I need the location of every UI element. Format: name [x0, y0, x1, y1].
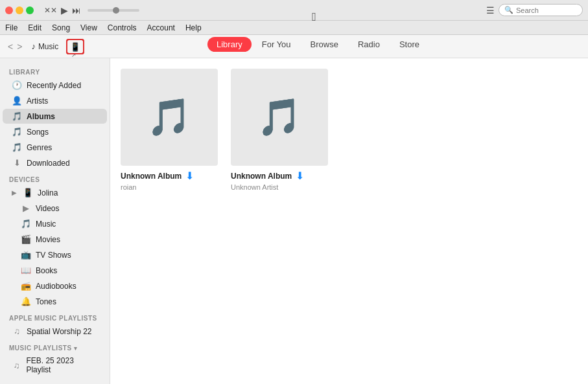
search-input[interactable]	[516, 6, 577, 14]
tones-icon: 🔔	[21, 297, 31, 306]
sidebar-item-songs[interactable]: 🎵 Songs	[3, 124, 107, 139]
title-bar: ✕✕ ▶ ⏭  ☰ 🔍	[0, 0, 588, 21]
sidebar-item-spatial-worship[interactable]: ♫ Spatial Worship 22	[3, 324, 107, 339]
download-icon-1[interactable]: ⬇	[185, 170, 194, 182]
jolina-icon: 📱	[23, 188, 33, 198]
music-note-icon-1: 🎵	[147, 96, 192, 139]
menu-view[interactable]: View	[80, 23, 97, 32]
main-tabs: Library For You Browse Radio Store	[207, 37, 429, 52]
album-grid: 🎵 Unknown Album ⬇ roian 🎵 Unknown	[121, 69, 578, 191]
albums-label: Albums	[27, 112, 55, 121]
menu-file[interactable]: File	[5, 23, 18, 32]
search-icon: 🔍	[504, 6, 513, 14]
music-label: Music	[36, 220, 56, 229]
album-artist-1: roian	[121, 183, 218, 191]
minimize-button[interactable]	[16, 6, 23, 14]
back-button[interactable]: <	[6, 41, 14, 52]
play-button[interactable]: ▶	[61, 5, 68, 16]
close-button[interactable]	[5, 6, 13, 14]
tab-library[interactable]: Library	[207, 37, 252, 52]
spatial-worship-label: Spatial Worship 22	[27, 327, 92, 336]
genres-icon: 🎵	[12, 142, 22, 152]
sidebar-item-books[interactable]: 📖 Books	[3, 263, 107, 278]
menu-song[interactable]: Song	[52, 23, 70, 32]
transport-controls: ✕✕ ▶ ⏭	[44, 5, 142, 16]
artists-icon: 👤	[12, 96, 22, 106]
jolina-label: Jolina	[38, 188, 58, 198]
title-bar-right: ☰ 🔍	[486, 4, 583, 16]
recently-added-label: Recently Added	[27, 81, 81, 90]
tab-radio[interactable]: Radio	[349, 37, 389, 52]
sidebar-item-artists[interactable]: 👤 Artists	[3, 93, 107, 108]
main-content: 🎵 Unknown Album ⬇ roian 🎵 Unknown	[110, 58, 588, 384]
chevron-down-icon: ▾	[74, 345, 78, 352]
skip-button[interactable]: ⏭	[72, 5, 81, 16]
downloaded-icon: ⬇	[12, 158, 22, 168]
tab-browse[interactable]: Browse	[301, 37, 347, 52]
sidebar-item-videos[interactable]: ▶ Videos	[3, 201, 107, 216]
apple-music-playlists-title: Apple Music Playlists	[0, 310, 110, 323]
library-section-title: Library	[0, 63, 110, 77]
feb-playlist-label: FEB. 25 2023 Playlist	[26, 356, 98, 374]
tab-for-you[interactable]: For You	[253, 37, 300, 52]
sidebar-item-tones[interactable]: 🔔 Tones	[3, 294, 107, 309]
movies-label: Movies	[36, 235, 60, 244]
music-playlists-header[interactable]: Music Playlists ▾	[0, 339, 110, 353]
maximize-button[interactable]	[26, 6, 34, 14]
progress-thumb	[113, 7, 119, 14]
sidebar-item-downloaded[interactable]: ⬇ Downloaded	[3, 155, 107, 170]
genres-label: Genres	[27, 143, 52, 152]
album-title-2: Unknown Album	[231, 172, 292, 181]
sidebar: Library 🕐 Recently Added 👤 Artists 🎵 Alb…	[0, 58, 110, 384]
album-art-1: 🎵	[121, 69, 218, 166]
videos-icon: ▶	[21, 203, 31, 213]
album-title-1: Unknown Album	[121, 172, 182, 181]
sidebar-item-albums[interactable]: 🎵 Albums	[3, 109, 107, 124]
device-button[interactable]: 📱 ↗	[66, 39, 84, 54]
music-label: ♪ Music	[31, 41, 58, 51]
tones-label: Tones	[36, 297, 56, 306]
forward-button[interactable]: >	[16, 41, 23, 52]
sidebar-item-jolina[interactable]: ▶ 📱 Jolina	[3, 185, 107, 200]
list-view-button[interactable]: ☰	[486, 5, 495, 16]
sidebar-item-recently-added[interactable]: 🕐 Recently Added	[3, 78, 107, 93]
recently-added-icon: 🕐	[12, 80, 22, 90]
music-note-icon-2: 🎵	[257, 96, 302, 139]
download-icon-2[interactable]: ⬇	[296, 170, 304, 182]
albums-icon: 🎵	[12, 111, 22, 121]
menu-controls[interactable]: Controls	[108, 23, 137, 32]
sidebar-item-feb-playlist[interactable]: ♫ FEB. 25 2023 Playlist	[3, 354, 107, 377]
tv-shows-icon: 📺	[21, 250, 31, 260]
spatial-worship-icon: ♫	[12, 326, 22, 336]
album-title-row-2: Unknown Album ⬇	[231, 170, 328, 182]
movies-icon: 🎬	[21, 234, 31, 244]
app-body: Library 🕐 Recently Added 👤 Artists 🎵 Alb…	[0, 58, 588, 384]
search-box[interactable]: 🔍	[499, 4, 583, 16]
title-bar-left: ✕✕ ▶ ⏭	[5, 5, 142, 16]
cursor-indicator: ↗	[71, 52, 76, 58]
tab-store[interactable]: Store	[390, 37, 429, 52]
sidebar-item-audiobooks[interactable]: 📻 Audiobooks	[3, 278, 107, 293]
menu-account[interactable]: Account	[147, 23, 175, 32]
shuffle-button[interactable]: ✕✕	[44, 6, 57, 15]
album-card-2[interactable]: 🎵 Unknown Album ⬇ Unknown Artist	[231, 69, 328, 191]
menu-edit[interactable]: Edit	[28, 23, 41, 32]
audiobooks-label: Audiobooks	[36, 282, 76, 291]
nav-bar: < > ♪ Music 📱 ↗ Library For You Browse R…	[0, 35, 588, 58]
artists-label: Artists	[27, 96, 48, 106]
music-icon: 🎵	[21, 219, 31, 229]
menu-bar: File Edit Song View Controls Account Hel…	[0, 21, 588, 35]
album-title-row-1: Unknown Album ⬇	[121, 170, 218, 182]
sidebar-item-genres[interactable]: 🎵 Genres	[3, 140, 107, 155]
window-controls	[5, 6, 34, 14]
sidebar-item-tv-shows[interactable]: 📺 TV Shows	[3, 247, 107, 262]
album-info-1: Unknown Album ⬇ roian	[121, 170, 218, 191]
menu-help[interactable]: Help	[185, 23, 202, 32]
sidebar-item-music[interactable]: 🎵 Music	[3, 216, 107, 231]
sidebar-item-movies[interactable]: 🎬 Movies	[3, 232, 107, 247]
progress-bar[interactable]	[88, 9, 139, 12]
apple-logo: 	[312, 10, 316, 24]
album-card-1[interactable]: 🎵 Unknown Album ⬇ roian	[121, 69, 218, 191]
music-note-icon: ♪	[31, 41, 36, 51]
music-text: Music	[38, 42, 58, 51]
